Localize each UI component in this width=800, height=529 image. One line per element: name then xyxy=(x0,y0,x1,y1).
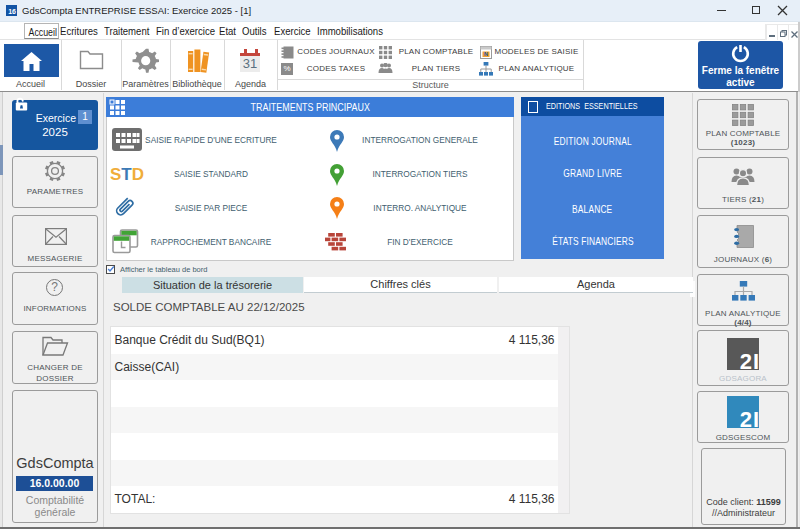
svg-text:N: N xyxy=(484,51,488,57)
